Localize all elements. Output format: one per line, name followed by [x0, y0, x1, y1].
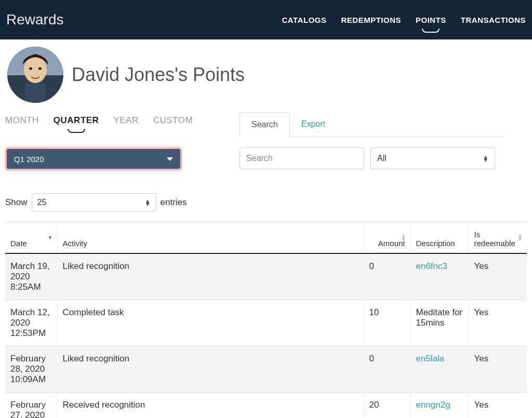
table-row: March 12, 2020 12:53PMCompleted task10Me… [5, 300, 527, 346]
points-table: Date ▼ Activity Amount ▲▼ Description Is… [5, 221, 527, 418]
select-updown-icon: ▲▼ [483, 155, 488, 161]
top-nav: CATALOGSREDEMPTIONSPOINTSTRANSACTIONS [282, 14, 526, 26]
sort-icon: ▲▼ [401, 234, 406, 241]
cell-description: Meditate for 15mins [410, 300, 469, 346]
col-header-amount[interactable]: Amount ▲▼ [364, 222, 410, 254]
cell-date: February 28, 2020 10:09AM [5, 346, 57, 393]
cell-amount: 0 [364, 346, 410, 393]
cell-redeemable: Yes [469, 393, 527, 419]
caret-down-icon [167, 157, 173, 161]
description-link[interactable]: en6fnc3 [416, 261, 448, 271]
table-row: March 19, 2020 8:25AMLiked recognition0e… [5, 253, 527, 300]
col-header-date[interactable]: Date ▼ [5, 222, 57, 254]
topnav-item-transactions[interactable]: TRANSACTIONS [461, 14, 526, 26]
brand-title: Rewards [6, 11, 63, 28]
cell-date: March 19, 2020 8:25AM [5, 253, 57, 300]
cell-date: March 12, 2020 12:53PM [5, 300, 57, 346]
search-input[interactable] [240, 147, 364, 169]
period-tabs: MONTHQUARTERYEARCUSTOM [5, 112, 193, 132]
page-header: David Jones's Points [5, 47, 527, 112]
search-export-tabs: SearchExport [240, 112, 504, 137]
quarter-select-value: Q1 2020 [14, 155, 44, 164]
description-link[interactable]: enngn2g [416, 400, 450, 410]
cell-redeemable: Yes [469, 346, 527, 393]
cell-amount: 10 [364, 300, 410, 346]
entries-control: Show 25 ▲▼ entries [5, 193, 527, 212]
period-tab-quarter[interactable]: QUARTER [54, 115, 99, 126]
col-header-label: Is redeemable [474, 230, 515, 248]
entries-select-value: 25 [37, 198, 47, 207]
filter-select[interactable]: All ▲▼ [370, 147, 495, 169]
cell-redeemable: Yes [469, 253, 527, 300]
page-content: David Jones's Points MONTHQUARTERYEARCUS… [0, 39, 532, 418]
col-header-description[interactable]: Description [410, 222, 469, 254]
page-title: David Jones's Points [72, 64, 245, 86]
cell-activity: Completed task [57, 300, 364, 346]
quarter-select[interactable]: Q1 2020 [5, 147, 182, 170]
avatar [7, 47, 63, 103]
col-header-activity[interactable]: Activity [57, 222, 364, 254]
entries-select[interactable]: 25 ▲▼ [32, 193, 156, 212]
cell-description[interactable]: en6fnc3 [410, 253, 469, 300]
description-link[interactable]: en5lala [416, 354, 445, 363]
period-tab-month[interactable]: MONTH [5, 115, 39, 126]
svg-rect-6 [25, 83, 46, 103]
cell-activity: Liked recognition [57, 346, 364, 393]
topnav-item-redemptions[interactable]: REDEMPTIONS [341, 14, 401, 26]
select-updown-icon: ▲▼ [145, 199, 151, 206]
entries-suffix: entries [161, 197, 187, 208]
tab-export[interactable]: Export [290, 112, 337, 137]
col-header-label: Date [10, 239, 27, 248]
svg-point-5 [38, 68, 42, 70]
topnav-item-points[interactable]: POINTS [416, 14, 446, 26]
cell-activity: Received recognition [57, 393, 364, 419]
cell-date: February 27, 2020 8:24AM [5, 393, 57, 419]
topnav-item-catalogs[interactable]: CATALOGS [282, 14, 327, 26]
svg-point-4 [29, 68, 32, 70]
top-bar: Rewards CATALOGSREDEMPTIONSPOINTSTRANSAC… [0, 0, 532, 39]
table-row: February 28, 2020 10:09AMLiked recogniti… [5, 346, 527, 393]
tab-search[interactable]: Search [240, 112, 290, 137]
filter-select-value: All [377, 154, 387, 163]
sort-icon: ▼ [48, 236, 53, 239]
cell-redeemable: Yes [469, 300, 527, 346]
cell-description[interactable]: en5lala [410, 346, 469, 393]
cell-amount: 0 [364, 253, 410, 300]
svg-point-3 [24, 56, 47, 83]
cell-description[interactable]: enngn2g [410, 393, 469, 419]
col-header-label: Description [416, 239, 455, 248]
cell-amount: 20 [364, 393, 410, 419]
sort-icon: ▲▼ [517, 234, 523, 241]
col-header-redeemable[interactable]: Is redeemable ▲▼ [469, 222, 527, 254]
cell-activity: Liked recognition [57, 253, 364, 300]
table-row: February 27, 2020 8:24AMReceived recogni… [5, 393, 527, 419]
period-tab-year[interactable]: YEAR [113, 115, 138, 126]
col-header-label: Activity [63, 239, 88, 248]
show-label: Show [5, 197, 28, 208]
period-tab-custom[interactable]: CUSTOM [153, 115, 193, 126]
